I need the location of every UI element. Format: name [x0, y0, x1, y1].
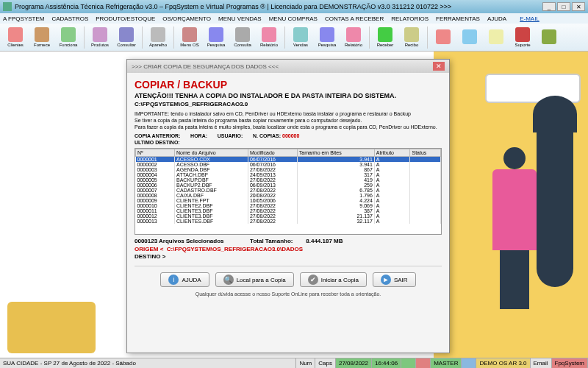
info-row-1: COPIA ANTERIOR: HORA: USUARIO: N. COPIAS… [135, 133, 442, 138]
toolbar-icon [61, 27, 76, 42]
menu-item[interactable]: PRODUTO/ESTOQUE [96, 15, 155, 22]
dialog-heading: COPIAR / BACKUP [135, 79, 442, 91]
table-row[interactable]: 0000012CLIENTE3.DBF27/08/202221.137A [136, 213, 441, 219]
toolbar-icon [462, 29, 477, 44]
toolbar-button[interactable] [484, 25, 509, 50]
column-header[interactable]: Nome do Arquivo [175, 149, 248, 157]
toolbar-icon [515, 27, 530, 42]
toolbar-button[interactable]: Consulta [230, 25, 255, 50]
status-date: 27/08/2022 [336, 358, 372, 368]
status-num: Num [296, 358, 315, 368]
email-link[interactable]: E-MAIL [520, 15, 539, 22]
status-bar: SUA CIDADE - SP 27 de Agosto de 2022 - S… [0, 358, 588, 368]
toolbar-button[interactable]: Relatório [341, 25, 366, 50]
toolbar-button[interactable] [537, 25, 562, 50]
toolbar-button[interactable]: Aparelho [146, 25, 171, 50]
table-row[interactable]: 0000013CLIENTES.DBF27/08/202232.117A [136, 219, 441, 224]
files-grid[interactable]: NºNome do ArquivoModificadoTamanho em Bi… [135, 148, 442, 235]
toolbar-icon [209, 27, 223, 42]
minimize-button[interactable]: _ [542, 2, 556, 11]
table-row[interactable]: 0000008CAIXA.DBF20/08/20221.796A [136, 193, 441, 198]
status-indicator-1 [401, 358, 416, 368]
column-header[interactable]: Status [410, 149, 441, 157]
status-demo: DEMO OS AR 3.0 [476, 358, 530, 368]
menu-item[interactable]: OS/ORÇAMENTO [162, 15, 211, 22]
menu-item[interactable]: A FPQSYSTEM [3, 15, 44, 22]
toolbar-icon [378, 27, 392, 42]
toolbar-button[interactable]: Relatório [257, 25, 282, 50]
toolbar-icon [262, 27, 276, 42]
table-row[interactable]: 0000002ACESSO.DBF06/07/20163.941A [136, 162, 441, 167]
toolbar-button[interactable]: Recibo [399, 25, 424, 50]
search-icon: 🔍 [223, 275, 234, 285]
status-time: 16:44:06 [372, 358, 401, 368]
toolbar-icon [235, 27, 250, 42]
maximize-button[interactable]: □ [557, 2, 570, 11]
close-button[interactable]: ✕ [572, 2, 585, 11]
dialog-close-button[interactable]: ✕ [433, 62, 445, 71]
origin-path: ORIGEM < C:\FPQSYSTEM\OS_REFRIGERACAO3.0… [135, 246, 442, 252]
status-email[interactable]: Email [531, 358, 552, 368]
menu-item[interactable]: CADASTROS [51, 15, 88, 22]
help-button[interactable]: iAJUDA [160, 272, 209, 287]
toolbar-icon [346, 27, 361, 42]
table-row[interactable]: 0000004ATTACH.DBF24/09/2013317A [136, 172, 441, 177]
status-indicator-2 [416, 358, 431, 368]
toolbar-button[interactable] [457, 25, 482, 50]
toolbar-button[interactable]: Pesquisa [315, 25, 340, 50]
table-row[interactable]: 0000003AGENDA.DBF27/08/2022867A [136, 167, 441, 172]
info-icon: i [168, 275, 179, 285]
toolbar-button[interactable]: Fornece [29, 25, 54, 50]
toolbar-button[interactable]: Suporte [510, 25, 535, 50]
menu-item[interactable]: MENU COMPRAS [269, 15, 318, 22]
dialog-title: >>> CRIAR COPIA DE SEGURANÇA DOS DADOS <… [132, 63, 279, 70]
table-row[interactable]: 0000010CLIENTE2.DBF27/08/20229.069A [136, 203, 441, 208]
toolbar-button[interactable]: Pesquisa [204, 25, 229, 50]
menu-item[interactable]: MENU VENDAS [218, 15, 262, 22]
table-row[interactable]: 0000001ACESSO.CDX06/07/20163.941A [136, 157, 441, 163]
menu-item[interactable]: FERRAMENTAS [436, 15, 480, 22]
toolbar-icon [320, 27, 334, 42]
toolbar-button[interactable] [431, 25, 456, 50]
column-header[interactable]: Nº [136, 149, 175, 157]
toolbar-icon [93, 27, 107, 42]
attention-text: ATENÇÃO!!! TENHA A COPIA DO INSTALADOR E… [135, 92, 442, 99]
toolbar-icon [293, 27, 308, 42]
table-row[interactable]: 0000011CLIENTE3.DBF27/08/2022387A [136, 208, 441, 213]
column-header[interactable]: Modificado [248, 149, 297, 157]
start-copy-button[interactable]: ✔Iniciar a Copia [300, 272, 367, 287]
column-header[interactable]: Atributo [374, 149, 410, 157]
toolbar-button[interactable]: Clientes [3, 25, 28, 50]
toolbar-icon [436, 29, 451, 44]
menu-item[interactable]: RELATORIOS [391, 15, 429, 22]
table-row[interactable]: 0000007CADASTRO.DBF27/08/20226.785A [136, 188, 441, 193]
toolbar-button[interactable]: Receber [373, 25, 398, 50]
dest-path: DESTINO > [135, 253, 442, 260]
toolbar-icon [489, 29, 503, 44]
toolbar-button[interactable]: Produtos [87, 25, 112, 50]
technician-illustration [478, 147, 551, 309]
toolbar-icon [35, 27, 49, 42]
toolbar-button[interactable]: Menu OS [177, 25, 202, 50]
toolbar-button[interactable]: Vendas [288, 25, 313, 50]
menu-bar: A FPQSYSTEMCADASTROSPRODUTO/ESTOQUEOS/OR… [0, 13, 588, 24]
info-row-2: ULTIMO DESTINO: [135, 140, 442, 145]
toolbar-button[interactable]: Consultar [114, 25, 139, 50]
bg-illustration [434, 52, 588, 358]
grid-footer: 0000123 Arquivos Selecionados Total Tama… [135, 238, 442, 244]
column-header[interactable]: Tamanho em Bites [297, 149, 374, 157]
toolbar-icon [542, 29, 556, 44]
status-fpq[interactable]: FpqSystem [552, 358, 588, 368]
table-row[interactable]: 0000009CLIENTE.FPT10/05/20064.224A [136, 198, 441, 203]
exit-button[interactable]: ►SAIR [373, 272, 416, 287]
toolbar-icon [119, 27, 134, 42]
table-row[interactable]: 0000006BACKUP2.DBF06/09/2013259A [136, 183, 441, 188]
toolbar-icon [182, 27, 197, 42]
toolbar-icon [151, 27, 165, 42]
menu-item[interactable]: CONTAS A RECEBER [325, 15, 384, 22]
menu-item[interactable]: AJUDA [487, 15, 506, 22]
toolbar-button[interactable]: Funciona [56, 25, 81, 50]
table-row[interactable]: 0000005BACKUP.DBF27/08/2022419A [136, 177, 441, 183]
backup-dialog: >>> CRIAR COPIA DE SEGURANÇA DOS DADOS <… [126, 59, 450, 353]
browse-location-button[interactable]: 🔍Local para a Copia [215, 272, 294, 287]
